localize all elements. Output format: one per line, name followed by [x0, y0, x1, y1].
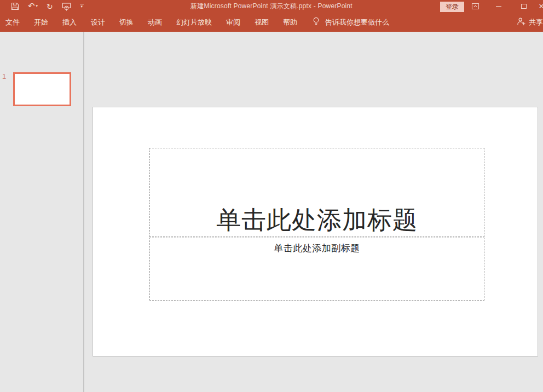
maximize-icon [521, 4, 527, 9]
subtitle-placeholder[interactable]: 单击此处添加副标题 [149, 238, 484, 301]
powerpoint-window: ↶ ▾ ↻ ▾ 新建Microsoft PowerPoint 演示文稿.pptx… [0, 0, 543, 392]
titlebar-controls: 登录 ✕ [440, 0, 543, 13]
tell-me-box[interactable]: 告诉我你想要做什么 [312, 16, 389, 28]
tab-review[interactable]: 审阅 [219, 13, 247, 32]
slide-thumbnail-panel: 1 [0, 32, 83, 392]
quick-access-toolbar: ↶ ▾ ↻ ▾ [0, 0, 88, 13]
slide-number: 1 [2, 72, 6, 80]
share-button[interactable]: 共享 [517, 17, 543, 28]
slide-canvas[interactable]: 单击此处添加标题 单击此处添加副标题 [93, 107, 538, 356]
share-label: 共享 [529, 18, 543, 27]
tell-me-label: 告诉我你想要做什么 [325, 18, 389, 27]
titlebar: ↶ ▾ ↻ ▾ 新建Microsoft PowerPoint 演示文稿.pptx… [0, 0, 543, 13]
ribbon-tab-bar: 文件 开始 插入 设计 切换 动画 幻灯片放映 审阅 视图 帮助 告诉我你想要做… [0, 13, 543, 32]
minimize-button[interactable] [486, 0, 511, 13]
title-placeholder[interactable]: 单击此处添加标题 [149, 148, 484, 237]
lightbulb-icon [312, 16, 320, 28]
sign-in-button[interactable]: 登录 [440, 2, 464, 12]
customize-qat-icon[interactable]: ▾ [76, 0, 88, 13]
tab-help[interactable]: 帮助 [276, 13, 304, 32]
ribbon-display-options-icon[interactable] [464, 0, 486, 13]
tab-file[interactable]: 文件 [0, 13, 27, 32]
subtitle-placeholder-text: 单击此处添加副标题 [274, 242, 360, 255]
maximize-button[interactable] [511, 0, 536, 13]
close-icon: ✕ [539, 3, 543, 10]
tab-view[interactable]: 视图 [247, 13, 276, 32]
share-person-icon [517, 17, 526, 28]
redo-icon[interactable]: ↻ [42, 0, 57, 13]
tab-animations[interactable]: 动画 [141, 13, 169, 32]
undo-icon[interactable]: ↶ ▾ [24, 0, 42, 13]
slide-thumbnail-1[interactable] [13, 72, 71, 106]
minimize-icon [496, 6, 501, 7]
tab-transitions[interactable]: 切换 [112, 13, 141, 32]
tab-design[interactable]: 设计 [84, 13, 112, 32]
start-slideshow-icon[interactable] [57, 0, 76, 13]
save-icon[interactable] [7, 0, 24, 13]
close-button[interactable]: ✕ [536, 0, 543, 13]
tab-slideshow[interactable]: 幻灯片放映 [169, 13, 219, 32]
title-placeholder-text: 单击此处添加标题 [216, 205, 418, 235]
tab-home[interactable]: 开始 [27, 13, 55, 32]
tab-insert[interactable]: 插入 [55, 13, 84, 32]
undo-dropdown-icon[interactable]: ▾ [36, 4, 38, 8]
